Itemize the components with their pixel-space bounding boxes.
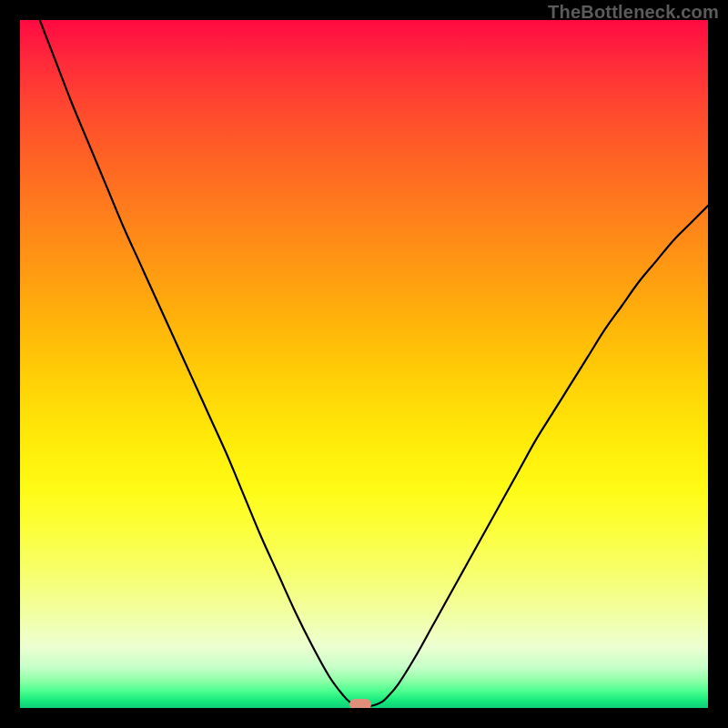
bottleneck-curve: [20, 20, 708, 708]
attribution-label: TheBottleneck.com: [548, 2, 719, 23]
chart-frame: TheBottleneck.com: [0, 0, 728, 728]
plot-area: [20, 20, 708, 708]
optimum-marker: [349, 699, 371, 708]
